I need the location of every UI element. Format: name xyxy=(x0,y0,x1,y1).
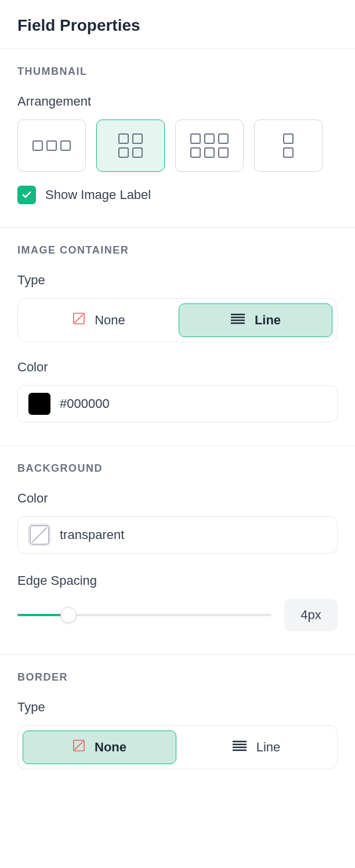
image-container-color-value: #000000 xyxy=(60,396,110,411)
edge-spacing-control: 4px xyxy=(17,599,338,631)
checkbox-checked-icon xyxy=(17,186,36,204)
border-type-segmented: None Line xyxy=(17,725,338,769)
image-container-type-line-label: Line xyxy=(255,313,281,328)
svg-line-1 xyxy=(75,314,84,323)
border-type-none[interactable]: None xyxy=(23,730,176,764)
none-icon xyxy=(73,739,85,755)
panel-title: Field Properties xyxy=(0,0,355,49)
svg-line-9 xyxy=(75,742,84,750)
transparent-swatch-icon xyxy=(28,524,50,546)
image-container-color-input[interactable]: #000000 xyxy=(17,385,338,422)
arrangement-option-2x3[interactable] xyxy=(175,120,244,172)
image-container-color-label: Color xyxy=(17,360,338,375)
image-container-type-none-label: None xyxy=(95,313,125,328)
thumbnail-header: THUMBNAIL xyxy=(17,66,338,78)
background-color-input[interactable]: transparent xyxy=(17,516,338,554)
image-container-header: IMAGE CONTAINER xyxy=(17,244,338,256)
arrangement-options xyxy=(17,120,338,172)
image-container-type-line[interactable]: Line xyxy=(179,303,332,337)
color-swatch-black xyxy=(28,393,50,415)
line-icon xyxy=(230,313,245,328)
edge-spacing-value: 4px xyxy=(284,599,338,631)
border-type-label: Type xyxy=(17,700,338,715)
svg-line-7 xyxy=(32,527,47,542)
image-container-type-segmented: None Line xyxy=(17,298,338,342)
background-color-label: Color xyxy=(17,491,338,506)
arrangement-option-1x3[interactable] xyxy=(17,120,86,172)
image-container-type-none[interactable]: None xyxy=(23,303,175,337)
border-type-line-label: Line xyxy=(256,740,281,755)
border-type-line[interactable]: Line xyxy=(180,730,332,764)
none-icon xyxy=(73,312,85,328)
arrangement-option-2x2[interactable] xyxy=(96,120,165,172)
border-type-none-label: None xyxy=(95,740,126,755)
background-header: BACKGROUND xyxy=(17,462,338,475)
arrangement-option-2x1[interactable] xyxy=(254,120,323,172)
edge-spacing-slider[interactable] xyxy=(17,607,271,623)
thumbnail-section: THUMBNAIL Arrangement xyxy=(0,49,355,227)
background-color-value: transparent xyxy=(60,527,124,542)
image-container-section: IMAGE CONTAINER Type None Line Color #00… xyxy=(0,227,355,446)
arrangement-label: Arrangement xyxy=(17,94,338,109)
show-image-label-text: Show Image Label xyxy=(45,187,151,202)
line-icon xyxy=(232,740,247,755)
border-section: BORDER Type None Line xyxy=(0,654,355,779)
edge-spacing-label: Edge Spacing xyxy=(17,573,338,588)
show-image-label-checkbox[interactable]: Show Image Label xyxy=(17,186,338,204)
background-section: BACKGROUND Color transparent Edge Spacin… xyxy=(0,446,355,654)
image-container-type-label: Type xyxy=(17,273,338,288)
border-header: BORDER xyxy=(17,671,338,683)
